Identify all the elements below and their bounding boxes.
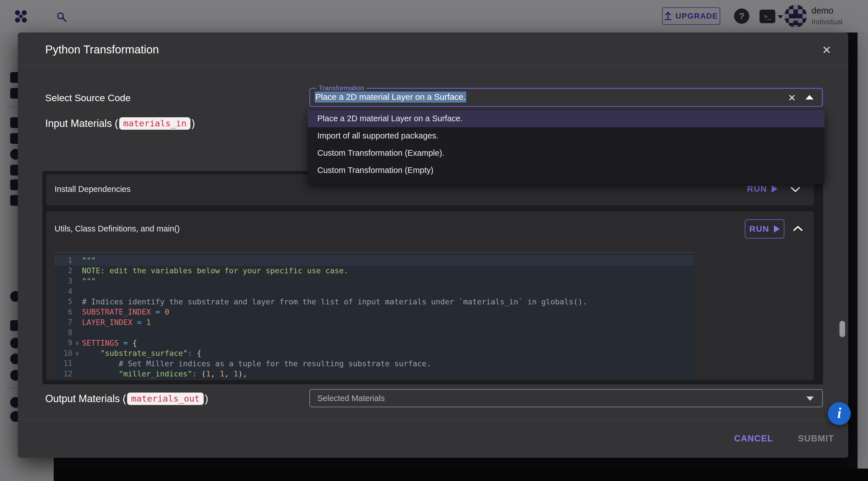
transformation-field-value: Place a 2D material Layer on a Surface. (315, 92, 466, 102)
editor-line: 11 # Set Miller indices as a tuple for t… (54, 358, 694, 369)
dialog-title: Python Transformation (45, 43, 159, 56)
editor-line: 7LAYER_INDEX = 1 (54, 317, 694, 328)
transformation-combobox[interactable]: Transformation Place a 2D material Layer… (309, 88, 823, 107)
expand-chevron-down-icon[interactable] (789, 186, 801, 193)
code-text: # Set Miller indices as a tuple for the … (82, 359, 431, 368)
line-number: 6 (54, 308, 72, 316)
input-materials-suffix: ) (192, 118, 195, 129)
screen: UPGRADE ? >_ demo Individual (0, 0, 868, 481)
code-text: NOTE: edit the variables below for your … (82, 266, 348, 275)
play-icon (774, 225, 780, 233)
python-transformation-dialog: Python Transformation ✕ Select Source Co… (18, 32, 848, 458)
input-materials-label: Input Materials (materials_in) (45, 117, 195, 130)
select-source-code-label: Select Source Code (45, 92, 130, 103)
collapse-chevron-up-icon[interactable] (792, 225, 804, 233)
info-fab-button[interactable]: i (828, 402, 851, 425)
code-text: "substrate_surface": { (82, 349, 202, 358)
line-number: 5 (54, 297, 72, 306)
fold-arrow-icon[interactable]: ∨ (72, 350, 82, 356)
transformation-option[interactable]: Custom Transformation (Empty) (308, 162, 825, 179)
code-text: "miller_indices": (1, 1, 1), (82, 369, 247, 378)
materials-in-chip: materials_in (119, 117, 190, 130)
close-icon[interactable]: ✕ (822, 44, 832, 56)
cancel-button[interactable]: CANCEL (729, 429, 778, 448)
selected-materials-value: Selected Materials (317, 394, 385, 403)
editor-line: 12 "miller_indices": (1, 1, 1), (54, 369, 694, 379)
editor-line: 9∨SETTINGS = { (54, 338, 694, 348)
python-code-editor[interactable]: 1"""2NOTE: edit the variables below for … (54, 252, 694, 380)
input-materials-prefix: Input Materials ( (45, 118, 118, 129)
editor-line: 8 (54, 328, 694, 338)
code-text: SUBSTRATE_INDEX = 0 (82, 307, 169, 316)
transformation-option[interactable]: Place a 2D material Layer on a Surface. (308, 110, 825, 127)
clear-icon[interactable]: ✕ (788, 92, 796, 103)
editor-line: 10∨ "substrate_surface": { (54, 348, 694, 359)
output-materials-suffix: ) (205, 393, 208, 405)
code-text: # Indices identify the substrate and lay… (82, 297, 587, 306)
install-dependencies-title: Install Dependencies (55, 184, 130, 194)
materials-out-chip: materials_out (127, 393, 204, 405)
line-number: 10 (54, 349, 72, 358)
collapse-caret-icon[interactable] (806, 95, 813, 99)
editor-line: 2NOTE: edit the variables below for your… (54, 266, 694, 276)
line-number: 9 (54, 338, 72, 347)
transformation-field-label: Transformation (316, 84, 367, 92)
line-number: 7 (54, 318, 72, 326)
line-number: 1 (54, 256, 72, 265)
line-number: 4 (54, 287, 72, 296)
selected-materials-dropdown[interactable]: Selected Materials (309, 389, 823, 407)
submit-button[interactable]: SUBMIT (793, 429, 839, 448)
run-install-button[interactable]: RUN (747, 184, 778, 193)
play-icon (772, 185, 778, 192)
line-number: 8 (54, 328, 72, 337)
output-materials-prefix: Output Materials ( (45, 393, 126, 405)
line-number: 11 (54, 359, 72, 368)
transformation-options-menu: Place a 2D material Layer on a Surface.I… (308, 110, 825, 184)
editor-line: 6SUBSTRATE_INDEX = 0 (54, 307, 694, 318)
editor-line: 4 (54, 286, 694, 297)
transformation-option[interactable]: Custom Transformation (Example). (308, 144, 825, 162)
editor-line: 3""" (54, 276, 694, 286)
header-divider (18, 66, 848, 66)
utils-main-title: Utils, Class Definitions, and main() (55, 224, 180, 234)
code-text: LAYER_INDEX = 1 (82, 318, 151, 327)
fold-arrow-icon[interactable]: ∨ (72, 340, 82, 346)
code-text: SETTINGS = { (82, 338, 137, 347)
code-text: """ (82, 256, 96, 265)
utils-main-section: Utils, Class Definitions, and main() RUN… (46, 211, 814, 380)
dropdown-caret-icon (806, 396, 814, 401)
editor-line: 5# Indices identify the substrate and la… (54, 297, 694, 307)
panel-scrollbar-thumb[interactable] (839, 321, 845, 337)
editor-line: 1""" (54, 255, 694, 266)
line-number: 2 (54, 267, 72, 275)
info-icon: i (837, 406, 841, 421)
run-utils-button[interactable]: RUN (745, 219, 784, 239)
code-text: """ (82, 277, 96, 285)
dialog-footer: CANCEL SUBMIT (18, 419, 848, 458)
output-materials-label: Output Materials (materials_out) (45, 393, 208, 405)
line-number: 12 (54, 370, 72, 378)
transformation-option[interactable]: Import of all supported packages. (308, 127, 825, 144)
line-number: 3 (54, 277, 72, 285)
